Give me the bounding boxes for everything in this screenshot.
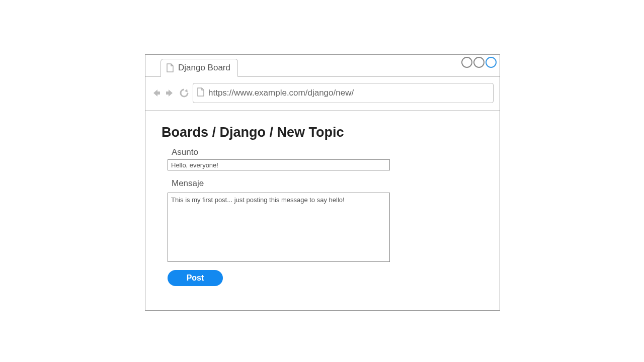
forward-icon[interactable] bbox=[165, 87, 176, 99]
tab-title: Django Board bbox=[178, 63, 230, 73]
browser-window: Django Board Boards / Django / New bbox=[145, 54, 500, 311]
window-button-3[interactable] bbox=[486, 57, 497, 68]
subject-label: Asunto bbox=[172, 147, 484, 157]
window-controls bbox=[461, 57, 497, 68]
message-label: Mensaje bbox=[172, 178, 484, 189]
message-textarea[interactable] bbox=[168, 193, 390, 262]
subject-input[interactable] bbox=[168, 159, 390, 170]
breadcrumb: Boards / Django / New Topic bbox=[162, 125, 484, 140]
page-icon bbox=[166, 63, 174, 73]
new-topic-form: Asunto Mensaje Post bbox=[162, 147, 484, 286]
back-icon[interactable] bbox=[150, 87, 162, 99]
post-button[interactable]: Post bbox=[168, 270, 223, 286]
browser-tab[interactable]: Django Board bbox=[160, 59, 238, 77]
window-button-2[interactable] bbox=[473, 57, 485, 68]
window-button-1[interactable] bbox=[461, 57, 472, 68]
page-content: Boards / Django / New Topic Asunto Mensa… bbox=[145, 111, 500, 296]
tab-bar: Django Board bbox=[145, 55, 500, 77]
url-input[interactable] bbox=[208, 88, 489, 98]
page-icon bbox=[197, 87, 204, 99]
reload-icon[interactable] bbox=[179, 87, 190, 99]
address-bar[interactable] bbox=[193, 83, 494, 103]
address-row bbox=[145, 77, 500, 111]
